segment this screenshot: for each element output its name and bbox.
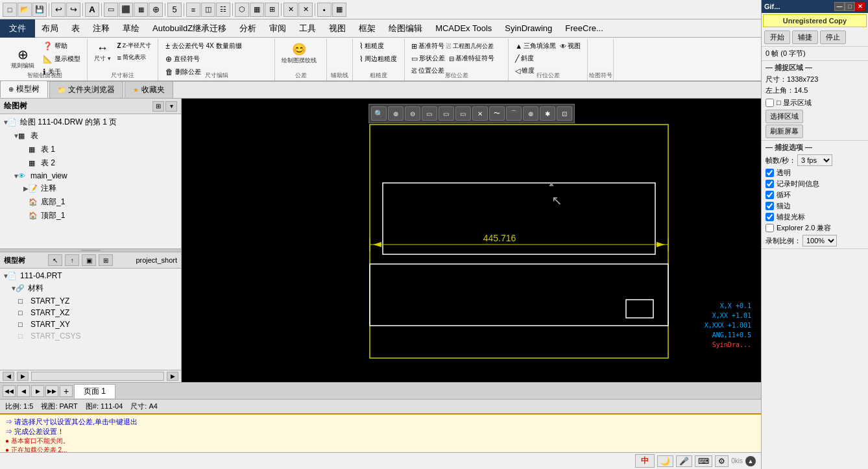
tb-rect[interactable]: ▭ [104,3,118,17]
ribbon-btn-roughness[interactable]: ⌇粗糙度 [357,40,400,52]
list-item[interactable]: ▦ 表 1 [0,143,181,156]
tb-mirror[interactable]: ◫ [201,3,215,17]
tb-circle[interactable]: ⊕ [149,3,163,17]
sidebar-expand-btn[interactable]: ⊞ [152,101,164,112]
sidebar-menu-btn[interactable]: ▾ [165,101,177,112]
list-item[interactable]: 🏠 底部_1 [0,195,181,209]
tb-hatch[interactable]: ▦ [134,3,148,17]
canvas-btn-arc[interactable]: ⌒ [506,106,522,121]
explorer-check[interactable] [766,224,774,232]
tb-fill[interactable]: ⬛ [119,3,133,17]
tb-hex[interactable]: ⬡ [235,3,249,17]
menu-autobuildz[interactable]: AutobuildZ继承迁移 [146,19,233,38]
ime-settings-btn[interactable]: ⚙ [715,455,729,467]
model-tree-btn-2[interactable]: ↑ [65,254,79,266]
menu-analysis[interactable]: 分析 [233,19,263,38]
ribbon-btn-remove-tol-code[interactable]: ±去公差代号 4X 数量前缀 [162,40,245,52]
ribbon-btn-help[interactable]: ❓帮助 [40,40,83,52]
canvas-btn-view3[interactable]: ▭ [455,106,471,121]
gif-start-btn[interactable]: 开始 [764,30,790,44]
list-item[interactable]: ▼ ▦ 表 [0,129,181,143]
menu-tools[interactable]: 工具 [293,19,322,38]
tb-undo[interactable]: ↩ [51,3,66,17]
tab-favorites[interactable]: ★收藏夹 [125,81,173,98]
canvas-btn-wave[interactable]: 〜 [489,106,505,121]
model-tree-btn-4[interactable]: ⊞ [99,254,113,266]
cursor-check[interactable] [766,213,774,221]
ime-mic-btn[interactable]: 🎤 [676,455,692,467]
list-item[interactable]: □ START_CSYS [0,330,181,342]
ribbon-btn-draw-texture[interactable]: 😊 绘制图摆纹线 [279,40,319,67]
menu-annotation[interactable]: 注释 [86,19,116,38]
right-panel-restore[interactable]: □ [845,2,855,11]
menu-review[interactable]: 审阅 [263,19,293,38]
tb-small[interactable]: ▪ [317,3,332,17]
page-nav-first[interactable]: ◀◀ [3,385,16,397]
page-nav-prev[interactable]: ◀ [17,385,30,397]
ribbon-btn-triangle-fill[interactable]: ▲三角填涂黑👁视图 [512,40,583,52]
tb-redo[interactable]: ↪ [66,3,80,17]
ribbon-btn-form-tol[interactable]: ▭形状公差⊟基准特征符号 [409,53,497,64]
edge-check[interactable] [766,202,774,210]
tab-folder-browser[interactable]: 📁文件夹浏览器 [49,81,123,98]
tab-model-tree[interactable]: ⊕模型树 [0,80,48,98]
ribbon-btn-taper[interactable]: ╱斜度 [512,53,583,64]
gif-capture-btn[interactable]: 辅捷 [792,30,818,44]
tb-5[interactable]: 5 [167,3,182,17]
page-tab-1[interactable]: 页面 1 [74,384,115,398]
canvas-btn-view2[interactable]: ▭ [439,106,454,121]
tb-close2[interactable]: ✕ [298,3,313,17]
menu-drawing-edit[interactable]: 绘图编辑 [382,19,429,38]
page-nav-next[interactable]: ▶ [31,385,44,397]
menu-frame[interactable]: 框架 [352,19,382,38]
loop-check[interactable] [766,191,774,199]
ribbon-btn-diameter[interactable]: ⊕直径符号 [162,53,245,65]
canvas-btn-zoom-minus[interactable]: ⊖ [405,106,420,121]
menu-view[interactable]: 视图 [322,19,352,38]
list-item[interactable]: □ START_YZ [0,295,181,307]
ribbon-btn-perimeter-roughness[interactable]: ⌇周边粗糙度 [357,53,400,65]
menu-layout[interactable]: 布局 [35,19,65,38]
tb-pattern2[interactable]: ▦ [332,3,346,17]
tb-pattern[interactable]: ▦ [250,3,264,17]
ime-keyboard-btn[interactable]: ⌨ [695,455,712,467]
tb-new[interactable]: □ [3,3,17,17]
list-item[interactable]: ▶ 📝 注释 [0,182,181,195]
scroll-right[interactable]: ▶ [17,372,29,381]
ime-moon-btn[interactable]: 🌙 [657,455,673,467]
ribbon-btn-dimension[interactable]: ↔ 尺寸 ▾ [91,40,114,65]
gif-stop-btn[interactable]: 停止 [820,30,846,44]
canvas-btn-zoom-in[interactable]: 🔍 [371,106,387,121]
menu-file[interactable]: 文件 [0,19,35,38]
tb-save[interactable]: 💾 [32,3,47,17]
canvas-btn-cross[interactable]: ✕ [472,106,488,121]
tb-grid[interactable]: ☷ [216,3,230,17]
canvas-btn-dot[interactable]: ⊕ [523,106,538,121]
display-area-check[interactable] [766,99,774,107]
ribbon-btn-z-radius[interactable]: ZZ-半径尺寸 [115,40,154,51]
ribbon-btn-simplify[interactable]: ≡简化表示 [115,52,154,63]
list-item[interactable]: □ START_XY [0,319,181,330]
menu-table[interactable]: 表 [65,19,86,38]
menu-mcadex[interactable]: MCADEx Tools [429,19,498,38]
menu-syindrawing[interactable]: SyinDrawing [498,19,559,38]
list-item[interactable]: ▼ 📄 111-04.PRT [0,270,181,282]
record-ratio-select[interactable]: 100% 75% 50% [802,235,837,247]
menu-sketch[interactable]: 草绘 [116,19,146,38]
list-item[interactable]: □ START_XZ [0,307,181,319]
model-tree-btn-1[interactable]: ↖ [48,254,62,266]
tb-text[interactable]: A [85,3,99,17]
ribbon-btn-datum[interactable]: ⊞基准符号迟工程图几何公差 [409,40,497,52]
scroll-right2[interactable]: ▶ [167,372,178,381]
select-area-btn[interactable]: 选择区域 [766,110,803,123]
fps-select[interactable]: 3 fps 5 fps 10 fps [797,154,832,166]
tb-layer[interactable]: ≡ [186,3,200,17]
page-add-btn[interactable]: + [60,385,73,397]
ime-input-indicator[interactable]: 中 [635,454,655,468]
list-item[interactable]: 🏠 顶部_1 [0,209,181,222]
scroll-left[interactable]: ◀ [3,372,14,381]
transparent-check[interactable] [766,169,774,177]
ribbon-btn-rule-edit[interactable]: ⊕ 规则编辑 [6,46,39,72]
page-nav-last[interactable]: ▶▶ [45,385,58,397]
list-item[interactable]: ▼ 📄 绘图 111-04.DRW 的第 1 页 [0,115,181,129]
